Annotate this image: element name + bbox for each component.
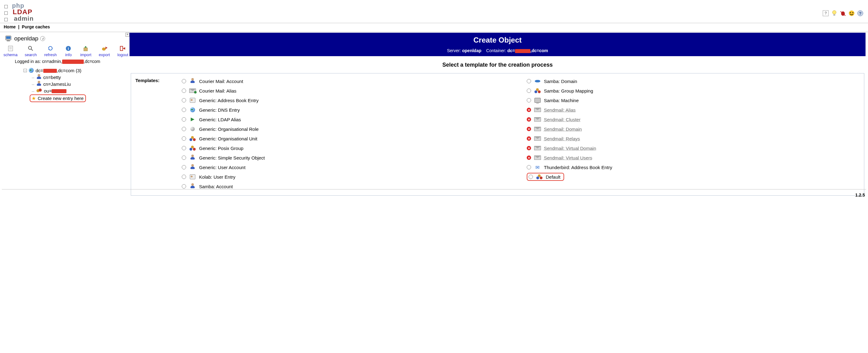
template-radio[interactable] xyxy=(182,108,186,112)
disk-icon xyxy=(535,80,540,82)
smiley-icon[interactable] xyxy=(848,10,855,17)
tree-item[interactable]: –cn=JamesLiu xyxy=(32,80,127,87)
svg-rect-13 xyxy=(7,40,10,41)
template-radio[interactable] xyxy=(182,165,186,169)
template-option: ✕Sendmail: Alias xyxy=(527,106,859,113)
svg-point-25 xyxy=(102,47,106,50)
svg-rect-23 xyxy=(84,48,88,51)
bug-icon[interactable] xyxy=(840,10,846,17)
template-option[interactable]: Courier Mail: Alias xyxy=(182,87,515,94)
template-radio[interactable] xyxy=(182,117,186,121)
envelope-icon xyxy=(534,127,541,131)
group-icon xyxy=(534,88,540,93)
template-radio[interactable] xyxy=(182,175,186,179)
group-icon xyxy=(189,136,196,141)
arrow-right-icon xyxy=(191,117,194,121)
template-label: Samba: Domain xyxy=(544,79,578,84)
tool-row: schema search refresh iinfo import expor… xyxy=(5,45,127,57)
unavailable-icon: ✕ xyxy=(527,136,531,141)
collapse-icon[interactable]: - xyxy=(24,69,27,72)
template-prompt: Select a template for the creation proce… xyxy=(129,62,866,68)
template-option: ✕Sendmail: Virtual Users xyxy=(527,154,859,161)
help-icon[interactable]: ? xyxy=(822,10,829,17)
svg-point-6 xyxy=(849,10,855,16)
template-label: Sendmail: Virtual Domain xyxy=(544,146,596,151)
template-option[interactable]: Default xyxy=(527,173,859,180)
svg-marker-26 xyxy=(105,46,107,49)
svg-line-19 xyxy=(31,49,33,50)
nav-home[interactable]: Home xyxy=(4,24,16,29)
create-entry-label: Create new entry here xyxy=(38,96,84,101)
template-column-right: Samba: DomainSamba: Group MappingSamba: … xyxy=(527,78,859,190)
template-option[interactable]: Kolab: User Entry xyxy=(182,173,515,180)
star-icon: ★ xyxy=(32,95,36,101)
lightbulb-icon[interactable] xyxy=(831,10,838,17)
tool-info[interactable]: iinfo xyxy=(64,45,73,57)
template-radio[interactable] xyxy=(527,98,531,102)
template-radio[interactable] xyxy=(182,155,186,160)
template-radio[interactable] xyxy=(527,165,531,169)
template-radio[interactable] xyxy=(527,89,531,93)
template-label: Generic: Posix Group xyxy=(199,146,243,151)
template-option[interactable]: Generic: User Account xyxy=(182,164,515,171)
template-option[interactable]: Generic: Organisational Role xyxy=(182,126,515,132)
person-icon xyxy=(190,156,195,160)
template-option[interactable]: Generic: Organisational Unit xyxy=(182,135,515,142)
template-radio[interactable] xyxy=(182,98,186,102)
template-radio[interactable] xyxy=(182,146,186,150)
info-icon: i xyxy=(64,45,73,52)
refresh-icon xyxy=(46,45,55,52)
main-content: Create Object Server: openldap Container… xyxy=(129,33,868,198)
template-option[interactable]: Samba: Machine xyxy=(527,97,859,104)
template-radio[interactable] xyxy=(182,89,186,93)
template-label: Sendmail: Domain xyxy=(544,127,582,132)
tool-logout[interactable]: logout xyxy=(118,45,128,57)
unavailable-icon: ✕ xyxy=(527,155,531,160)
template-label: Sendmail: Alias xyxy=(544,107,576,113)
template-option[interactable]: Generic: Posix Group xyxy=(182,145,515,151)
envelope-icon xyxy=(534,136,541,141)
template-option[interactable]: Generic: Address Book Entry xyxy=(182,97,515,104)
nav-purge-caches[interactable]: Purge caches xyxy=(22,24,50,29)
logged-in-as: Logged in as: cn=admin,,dc=com xyxy=(15,59,127,64)
tree-root[interactable]: - dc=,dc=com (3) xyxy=(24,67,127,74)
template-radio[interactable] xyxy=(182,136,186,141)
version-label: 1.2.5 xyxy=(855,192,865,198)
template-option[interactable]: Samba: Group Mapping xyxy=(527,87,859,94)
template-option[interactable]: ✉Thunderbird: Address Book Entry xyxy=(527,164,859,171)
template-option[interactable]: Courier Mail: Account xyxy=(182,78,515,84)
tool-search[interactable]: search xyxy=(25,45,37,57)
tree-item[interactable]: –cn=betty xyxy=(32,74,127,80)
page-subtitle: Server: openldap Container: dc=,dc=com xyxy=(129,46,866,56)
template-box: Templates: Courier Mail: AccountCourier … xyxy=(131,73,864,196)
logo-text-admin: admin xyxy=(14,15,34,22)
svg-text:?: ? xyxy=(859,11,862,16)
tree-create-entry[interactable]: ★ Create new entry here xyxy=(30,95,127,102)
svg-point-7 xyxy=(850,12,851,13)
tool-refresh[interactable]: refresh xyxy=(44,45,57,57)
template-radio[interactable] xyxy=(182,79,186,83)
template-option[interactable]: Generic: DNS Entry xyxy=(182,106,515,113)
nav-bar: Home | Purge caches xyxy=(0,23,868,31)
template-radio[interactable] xyxy=(182,184,186,188)
expand-handle-icon[interactable]: + xyxy=(125,33,129,37)
template-option[interactable]: Samba: Domain xyxy=(527,78,859,84)
template-label: Generic: Address Book Entry xyxy=(199,98,259,103)
template-option[interactable]: Generic: Simple Security Object xyxy=(182,154,515,161)
tool-schema[interactable]: schema xyxy=(4,45,17,57)
globe-icon xyxy=(29,68,34,73)
svg-point-8 xyxy=(852,12,854,13)
tree-item[interactable]: –ou= xyxy=(32,87,127,94)
template-radio[interactable] xyxy=(527,79,531,83)
template-label: Generic: User Account xyxy=(199,165,245,170)
question-icon[interactable]: ? xyxy=(857,10,864,17)
svg-marker-28 xyxy=(123,47,125,50)
tool-import[interactable]: import xyxy=(80,45,91,57)
clock-icon[interactable] xyxy=(40,36,45,41)
document-icon xyxy=(6,45,15,52)
template-radio[interactable] xyxy=(529,175,533,179)
template-label: Courier Mail: Account xyxy=(199,79,243,84)
template-radio[interactable] xyxy=(182,127,186,131)
tool-export[interactable]: export xyxy=(99,45,110,57)
template-option[interactable]: Generic: LDAP Alias xyxy=(182,116,515,123)
